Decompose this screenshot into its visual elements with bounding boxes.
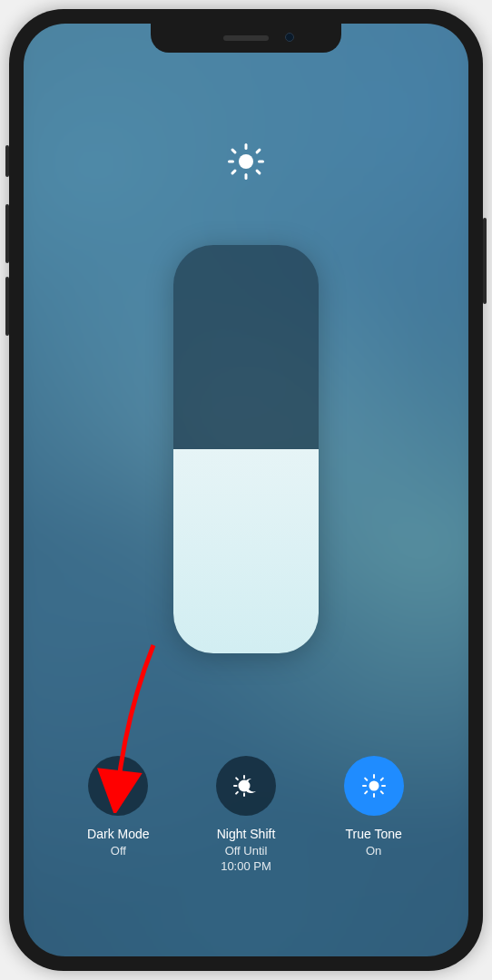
control-center-brightness-panel: Dark Mode Off: [24, 24, 468, 956]
svg-rect-22: [379, 790, 384, 795]
svg-point-16: [369, 781, 379, 791]
true-tone-button[interactable]: [344, 756, 404, 816]
dark-mode-button[interactable]: [88, 756, 148, 816]
side-power-button: [483, 218, 487, 304]
svg-rect-8: [231, 169, 237, 175]
dark-mode-icon: [104, 772, 132, 799]
true-tone-label: True Tone: [346, 827, 402, 842]
night-shift-status: Off Until 10:00 PM: [221, 844, 271, 875]
svg-rect-14: [235, 777, 240, 781]
svg-rect-21: [363, 778, 368, 782]
svg-rect-13: [233, 785, 238, 787]
mute-switch: [5, 145, 9, 177]
true-tone-control: True Tone On: [320, 756, 428, 875]
svg-rect-5: [231, 148, 237, 154]
dark-mode-control: Dark Mode Off: [64, 756, 172, 875]
true-tone-status: On: [366, 844, 381, 859]
display-controls-row: Dark Mode Off: [24, 756, 468, 875]
sun-icon: [226, 142, 266, 181]
svg-rect-7: [255, 148, 261, 154]
svg-rect-23: [379, 778, 384, 782]
svg-rect-15: [235, 791, 240, 796]
svg-rect-4: [258, 161, 264, 163]
front-camera: [285, 33, 294, 42]
night-shift-icon: [231, 771, 261, 800]
svg-rect-1: [245, 143, 248, 150]
svg-rect-2: [245, 173, 248, 180]
svg-rect-20: [381, 785, 386, 787]
svg-rect-24: [363, 790, 368, 795]
volume-up-button: [5, 204, 9, 263]
svg-rect-6: [255, 169, 261, 175]
svg-rect-12: [243, 793, 245, 798]
svg-rect-18: [373, 793, 375, 798]
svg-rect-19: [362, 785, 367, 787]
night-shift-control: Night Shift Off Until 10:00 PM: [192, 756, 300, 875]
svg-rect-11: [243, 775, 245, 779]
night-shift-label: Night Shift: [217, 827, 276, 842]
volume-down-button: [5, 277, 9, 336]
svg-rect-17: [373, 774, 375, 779]
iphone-device-frame: Dark Mode Off: [9, 9, 483, 971]
svg-rect-3: [228, 161, 234, 163]
screen: Dark Mode Off: [24, 24, 468, 956]
brightness-slider-fill: [173, 449, 319, 653]
true-tone-icon: [359, 771, 389, 800]
svg-point-0: [239, 154, 253, 169]
earpiece-speaker: [223, 35, 269, 41]
notch: [151, 24, 341, 53]
brightness-slider[interactable]: [173, 245, 319, 653]
dark-mode-status: Off: [111, 844, 126, 859]
night-shift-button[interactable]: [216, 756, 276, 816]
dark-mode-label: Dark Mode: [87, 827, 149, 842]
